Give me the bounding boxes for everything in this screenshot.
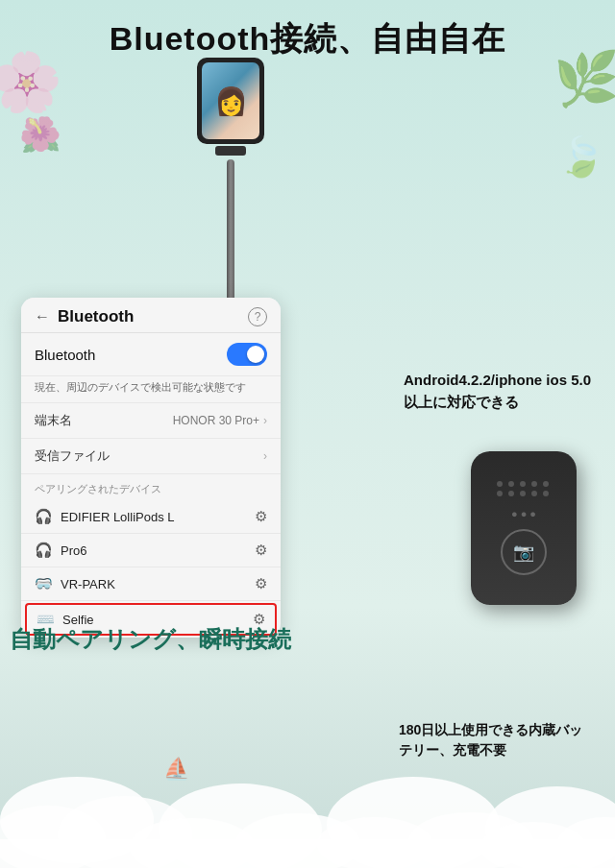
info-line1: Android4.2.2/iphone ios 5.0 <box>404 370 596 392</box>
bt-toggle-row: Bluetooth <box>21 333 281 376</box>
remote-control-device: ● ● ● 📷 <box>471 451 577 605</box>
device-name-vrpark: VR-PARK <box>61 577 115 591</box>
phone-clamp <box>215 146 246 156</box>
dot-8 <box>520 491 526 496</box>
device-name-row[interactable]: 端末名 HONOR 30 Pro+ › <box>21 403 281 439</box>
device-name-text: HONOR 30 Pro+ <box>173 414 259 427</box>
receive-file-chevron: › <box>263 449 267 463</box>
bt-toggle-switch[interactable] <box>227 343 267 366</box>
toggle-knob <box>247 346 264 363</box>
dot-7 <box>508 491 514 496</box>
dot-2 <box>508 481 514 487</box>
page: 🌸 🌿 🌺 🍃 Bluetooth接続、自由自在 👩 <box>0 0 615 868</box>
bt-header-title: Bluetooth <box>58 307 134 326</box>
dot-4 <box>531 481 537 487</box>
headphones-icon-edifier: 🎧 <box>35 508 53 525</box>
receive-file-label: 受信ファイル <box>35 447 110 465</box>
info-text-battery: 180日以上使用できる内蔵バッ テリー、充電不要 <box>399 720 601 760</box>
device-left-pro6: 🎧 Pro6 <box>35 542 86 559</box>
dot-9 <box>531 491 537 496</box>
sailboat-decoration: ⛵ <box>163 757 189 782</box>
chevron-icon: › <box>263 414 267 427</box>
device-row-pro6[interactable]: 🎧 Pro6 ⚙ <box>21 534 281 567</box>
gear-icon-pro6[interactable]: ⚙ <box>255 542 267 559</box>
dot-10 <box>543 491 549 496</box>
gear-icon-vrpark[interactable]: ⚙ <box>255 575 267 592</box>
auto-pair-text: 自動ペアリング、瞬時接続 <box>10 624 291 655</box>
remote-dots <box>497 481 551 496</box>
camera-icon: 📷 <box>513 542 534 563</box>
device-name-pro6: Pro6 <box>61 543 86 558</box>
device-name-label: 端末名 <box>35 412 72 429</box>
receive-file-row[interactable]: 受信ファイル › <box>21 439 281 474</box>
battery-info-line2: テリー、充電不要 <box>399 740 601 760</box>
headphones-icon-pro6: 🎧 <box>35 542 53 559</box>
dot-1 <box>497 481 503 487</box>
paired-section-title: ペアリングされたデバイス <box>21 474 281 500</box>
title-text: Bluetooth接続、自由自在 <box>110 20 506 57</box>
device-left-vrpark: 🥽 VR-PARK <box>35 575 115 592</box>
phone-screen: 👩 <box>202 62 259 139</box>
info-line2: 以上に対応できる <box>404 392 596 414</box>
dot-6 <box>497 491 503 496</box>
bt-toggle-label: Bluetooth <box>35 347 95 363</box>
phone-holder: 👩 <box>197 58 264 144</box>
flower-decoration-ml: 🌺 <box>19 115 62 155</box>
bt-header-left: ← Bluetooth <box>35 307 134 326</box>
gear-icon-edifier[interactable]: ⚙ <box>255 508 267 525</box>
device-left-edifier: 🎧 EDIFIER LolliPods L <box>35 508 175 525</box>
remote-shutter-button[interactable]: 📷 <box>501 529 547 575</box>
device-name-edifier: EDIFIER LolliPods L <box>61 510 175 524</box>
device-row-edifier[interactable]: 🎧 EDIFIER LolliPods L ⚙ <box>21 500 281 534</box>
flower-decoration-mr: 🍃 <box>557 134 605 180</box>
info-text-android: Android4.2.2/iphone ios 5.0 以上に対応できる <box>404 370 596 413</box>
battery-info-line1: 180日以上使用できる内蔵バッ <box>399 720 601 740</box>
remote-label-dots: ● ● ● <box>511 508 536 519</box>
page-title: Bluetooth接続、自由自在 <box>0 17 615 61</box>
device-name-value: HONOR 30 Pro+ › <box>173 414 267 427</box>
vr-icon-vrpark: 🥽 <box>35 575 53 592</box>
bluetooth-panel: ← Bluetooth ? Bluetooth 現在、周辺のデバイスで検出可能な… <box>21 298 281 638</box>
svg-rect-12 <box>0 839 615 868</box>
bt-status-text: 現在、周辺のデバイスで検出可能な状態です <box>21 376 281 403</box>
bt-panel-header: ← Bluetooth ? <box>21 298 281 333</box>
back-button[interactable]: ← <box>35 308 50 326</box>
device-row-vrpark[interactable]: 🥽 VR-PARK ⚙ <box>21 567 281 601</box>
dot-5 <box>543 481 549 487</box>
dot-3 <box>520 481 526 487</box>
help-button[interactable]: ? <box>248 307 267 326</box>
